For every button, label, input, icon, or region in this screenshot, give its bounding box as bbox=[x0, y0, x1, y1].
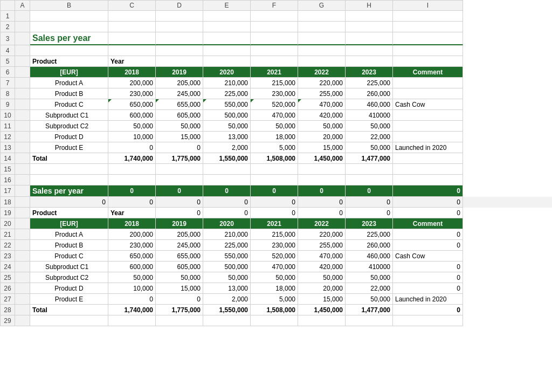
cell-i29 bbox=[393, 315, 463, 326]
row-13: 13 Product E 0 0 2,000 5,000 15,000 50,0… bbox=[0, 142, 552, 153]
t2-product-d-2022: 20,000 bbox=[298, 283, 346, 294]
cell-a15 bbox=[15, 164, 30, 175]
cell-f5 bbox=[251, 56, 298, 67]
product-header: Product bbox=[30, 56, 108, 67]
t2-total-2022: 1,450,000 bbox=[298, 305, 346, 315]
row-num-24: 24 bbox=[0, 262, 15, 272]
cell-a4 bbox=[15, 45, 30, 56]
row-24: 24 Subproduct C1 600,000 605,000 500,000… bbox=[0, 262, 552, 272]
cell-i15 bbox=[393, 164, 463, 175]
t2-subproduct-c2-comment: 0 bbox=[393, 272, 463, 283]
t2-comment-header: Comment bbox=[393, 218, 463, 229]
total-2018: 1,740,000 bbox=[108, 153, 156, 164]
y2023-header: 2023 bbox=[346, 67, 393, 78]
row-num-16: 16 bbox=[0, 175, 15, 185]
cell-i4 bbox=[393, 45, 463, 56]
product-a-2018: 200,000 bbox=[108, 78, 156, 88]
cell-h5 bbox=[346, 56, 393, 67]
t2-y2018-header: 2018 bbox=[108, 218, 156, 229]
t2-subproduct-c1-2022: 420,000 bbox=[298, 262, 346, 272]
cell-a25 bbox=[15, 272, 30, 283]
col-header-h: H bbox=[346, 0, 393, 11]
t2-r19-f: 0 bbox=[251, 208, 298, 218]
col-header-g: G bbox=[298, 0, 346, 11]
cell-h16 bbox=[346, 175, 393, 185]
t2-r17-e: 0 bbox=[203, 185, 251, 197]
cell-c1 bbox=[108, 11, 156, 22]
cell-g2 bbox=[298, 22, 346, 32]
t2-product-d-2019: 15,000 bbox=[156, 283, 203, 294]
t2-y2022-header: 2022 bbox=[298, 218, 346, 229]
cell-a23 bbox=[15, 251, 30, 262]
row-12: 12 Product D 10,000 15,000 13,000 18,000… bbox=[0, 132, 552, 142]
row-num-10: 10 bbox=[0, 110, 15, 121]
t2-product-d-name: Product D bbox=[30, 283, 108, 294]
subproduct-c1-2022: 420,000 bbox=[298, 110, 346, 121]
t2-product-c-2020: 550,000 bbox=[203, 251, 251, 262]
row-27: 27 Product E 0 0 2,000 5,000 15,000 50,0… bbox=[0, 294, 552, 305]
t2-r18-h: 0 bbox=[346, 197, 393, 208]
row-num-11: 11 bbox=[0, 121, 15, 132]
t2-y2021-header: 2021 bbox=[251, 218, 298, 229]
cell-a11 bbox=[15, 121, 30, 132]
t2-product-b-name: Product B bbox=[30, 240, 108, 251]
cell-c3 bbox=[108, 32, 156, 45]
cell-c29 bbox=[108, 315, 156, 326]
subproduct-c2-2019: 50,000 bbox=[156, 121, 203, 132]
t2-product-b-2020: 225,000 bbox=[203, 240, 251, 251]
cell-e4 bbox=[203, 45, 251, 56]
row-11: 11 Subproduct C2 50,000 50,000 50,000 50… bbox=[0, 121, 552, 132]
cell-a17 bbox=[15, 185, 30, 197]
t2-product-b-2019: 245,000 bbox=[156, 240, 203, 251]
row-23: 23 Product C 650,000 655,000 550,000 520… bbox=[0, 251, 552, 262]
product-d-comment bbox=[393, 132, 463, 142]
row-num-23: 23 bbox=[0, 251, 15, 262]
col-header-b: B bbox=[30, 0, 108, 11]
t2-product-c-2021: 520,000 bbox=[251, 251, 298, 262]
t2-product-d-comment: 0 bbox=[393, 283, 463, 294]
cell-b16 bbox=[30, 175, 108, 185]
product-b-2019: 245,000 bbox=[156, 88, 203, 99]
t2-product-d-2021: 18,000 bbox=[251, 283, 298, 294]
t2-subproduct-c1-2020: 500,000 bbox=[203, 262, 251, 272]
cell-a22 bbox=[15, 240, 30, 251]
row-21: 21 Product A 200,000 205,000 210,000 215… bbox=[0, 229, 552, 240]
row-16: 16 bbox=[0, 175, 552, 185]
row-num-8: 8 bbox=[0, 88, 15, 99]
subproduct-c2-name: Subproduct C2 bbox=[30, 121, 108, 132]
row-num-4: 4 bbox=[0, 45, 15, 56]
subproduct-c1-name: Subproduct C1 bbox=[30, 110, 108, 121]
cell-d29 bbox=[156, 315, 203, 326]
t2-product-a-2020: 210,000 bbox=[203, 229, 251, 240]
cell-b2 bbox=[30, 22, 108, 32]
row-num-19: 19 bbox=[0, 208, 15, 218]
t2-product-d-2020: 13,000 bbox=[203, 283, 251, 294]
t2-y2019-header: 2019 bbox=[156, 218, 203, 229]
cell-d1 bbox=[156, 11, 203, 22]
cell-c4 bbox=[108, 45, 156, 56]
cell-f3 bbox=[251, 32, 298, 45]
corner-cell bbox=[0, 0, 15, 11]
cell-f4 bbox=[251, 45, 298, 56]
row-17: 17 Sales per year 0 0 0 0 0 0 0 bbox=[0, 185, 552, 197]
row-5: 5 Product Year bbox=[0, 56, 552, 67]
col-header-i: I bbox=[393, 0, 463, 11]
t2-product-b-2022: 255,000 bbox=[298, 240, 346, 251]
row-18: 18 0 0 0 0 0 0 0 0 bbox=[0, 197, 552, 208]
product-e-2021: 5,000 bbox=[251, 142, 298, 153]
product-c-comment: Cash Cow bbox=[393, 99, 463, 110]
t2-product-a-2021: 215,000 bbox=[251, 229, 298, 240]
t2-r18-i: 0 bbox=[393, 197, 463, 208]
y2022-header: 2022 bbox=[298, 67, 346, 78]
t2-r18-c: 0 bbox=[108, 197, 156, 208]
row-4: 4 bbox=[0, 45, 552, 56]
table2-title: Sales per year bbox=[30, 185, 108, 197]
cell-a3 bbox=[15, 32, 30, 45]
product-c-name: Product C bbox=[30, 99, 108, 110]
t2-product-a-2023: 225,000 bbox=[346, 229, 393, 240]
t2-r18-b: 0 bbox=[30, 197, 108, 208]
cell-a8 bbox=[15, 88, 30, 99]
t2-subproduct-c1-name: Subproduct C1 bbox=[30, 262, 108, 272]
cell-d16 bbox=[156, 175, 203, 185]
row-num-12: 12 bbox=[0, 132, 15, 142]
